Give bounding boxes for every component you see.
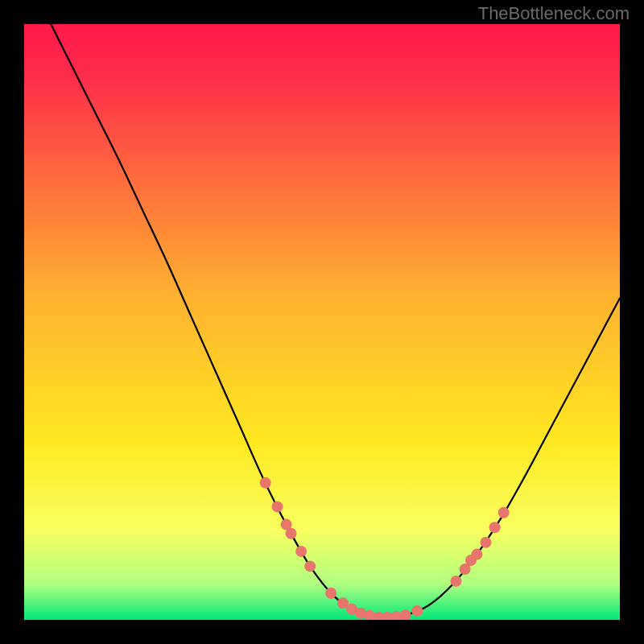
data-point-marker	[272, 501, 283, 512]
data-point-marker	[481, 537, 492, 548]
data-point-marker	[286, 528, 297, 539]
data-point-marker	[489, 522, 501, 533]
data-point-marker	[325, 588, 336, 599]
data-point-marker	[411, 605, 423, 617]
data-point-marker	[451, 576, 462, 587]
data-point-marker	[295, 546, 307, 557]
data-point-marker	[498, 507, 510, 518]
watermark-text: TheBottleneck.com	[478, 3, 630, 24]
chart-svg	[24, 24, 620, 620]
data-point-marker	[471, 549, 482, 560]
chart-background	[24, 24, 620, 620]
chart-plot	[24, 24, 620, 620]
data-point-marker	[260, 477, 271, 489]
data-point-marker	[304, 560, 316, 572]
